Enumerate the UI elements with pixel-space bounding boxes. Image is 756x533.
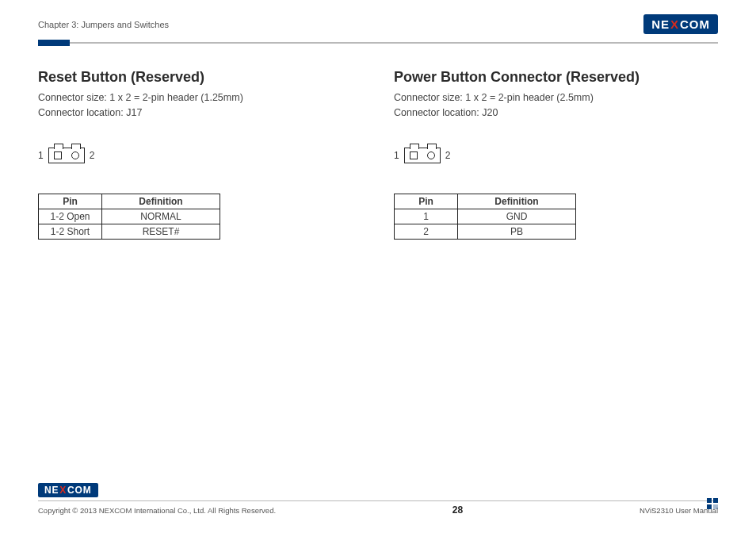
connector-diagram: 1 2 xyxy=(38,148,362,163)
footer-divider xyxy=(38,500,718,502)
copyright-text: Copyright © 2013 NEXCOM International Co… xyxy=(38,506,276,515)
header-divider xyxy=(38,42,718,44)
pin-table: Pin Definition 1-2 Open NORMAL 1-2 Short… xyxy=(38,194,220,240)
col-pin: Pin xyxy=(39,194,102,209)
table-header-row: Pin Definition xyxy=(39,194,220,209)
pin-circle-icon xyxy=(71,151,79,159)
cell-def: NORMAL xyxy=(102,209,220,224)
brand-left: NE xyxy=(44,485,59,496)
brand-logo-top: NEXCOM xyxy=(643,14,718,34)
cell-def: RESET# xyxy=(102,224,220,239)
connector-size: Connector size: 1 x 2 = 2-pin header (1.… xyxy=(38,90,362,105)
connector-location: Connector location: J20 xyxy=(394,105,718,121)
connector-icon xyxy=(404,148,441,163)
page-header: Chapter 3: Jumpers and Switches NEXCOM xyxy=(0,0,756,39)
cell-pin: 2 xyxy=(395,224,458,239)
brand-x-icon: X xyxy=(59,485,67,496)
pin-label-1: 1 xyxy=(394,150,399,161)
brand-logo-bottom: NEXCOM xyxy=(38,483,98,497)
section-title: Reset Button (Reserved) xyxy=(38,69,362,86)
connector-location: Connector location: J17 xyxy=(38,105,362,121)
table-header-row: Pin Definition xyxy=(395,194,576,209)
connector-size: Connector size: 1 x 2 = 2-pin header (2.… xyxy=(394,90,718,105)
cell-pin: 1-2 Open xyxy=(39,209,102,224)
connector-diagram: 1 2 xyxy=(394,148,718,163)
main-content: Reset Button (Reserved) Connector size: … xyxy=(0,44,756,240)
connector-icon xyxy=(48,148,85,163)
page-number: 28 xyxy=(452,504,463,516)
brand-left: NE xyxy=(651,17,670,31)
section-reset-button: Reset Button (Reserved) Connector size: … xyxy=(38,69,362,240)
pin-table: Pin Definition 1 GND 2 PB xyxy=(394,194,576,240)
pin-square-icon xyxy=(54,151,62,159)
footer-row: Copyright © 2013 NEXCOM International Co… xyxy=(38,504,718,516)
cell-def: PB xyxy=(458,224,576,239)
col-definition: Definition xyxy=(458,194,576,209)
brand-right: COM xyxy=(67,485,91,496)
pin-label-2: 2 xyxy=(445,150,451,161)
col-pin: Pin xyxy=(395,194,458,209)
cell-pin: 1 xyxy=(395,209,458,224)
page-footer: NEXCOM Copyright © 2013 NEXCOM Internati… xyxy=(38,482,718,516)
brand-right: COM xyxy=(680,17,710,31)
brand-x-icon: X xyxy=(670,17,679,31)
pin-label-1: 1 xyxy=(38,150,44,161)
table-row: 2 PB xyxy=(395,224,576,239)
table-row: 1 GND xyxy=(395,209,576,224)
col-definition: Definition xyxy=(102,194,220,209)
table-row: 1-2 Short RESET# xyxy=(39,224,220,239)
section-title: Power Button Connector (Reserved) xyxy=(394,69,718,86)
cell-def: GND xyxy=(458,209,576,224)
chapter-label: Chapter 3: Jumpers and Switches xyxy=(38,20,169,29)
table-row: 1-2 Open NORMAL xyxy=(39,209,220,224)
pin-circle-icon xyxy=(427,151,435,159)
section-power-button: Power Button Connector (Reserved) Connec… xyxy=(394,69,718,240)
pin-square-icon xyxy=(410,151,418,159)
pin-label-2: 2 xyxy=(90,150,95,161)
cell-pin: 1-2 Short xyxy=(39,224,102,239)
corner-squares-icon xyxy=(707,498,718,509)
